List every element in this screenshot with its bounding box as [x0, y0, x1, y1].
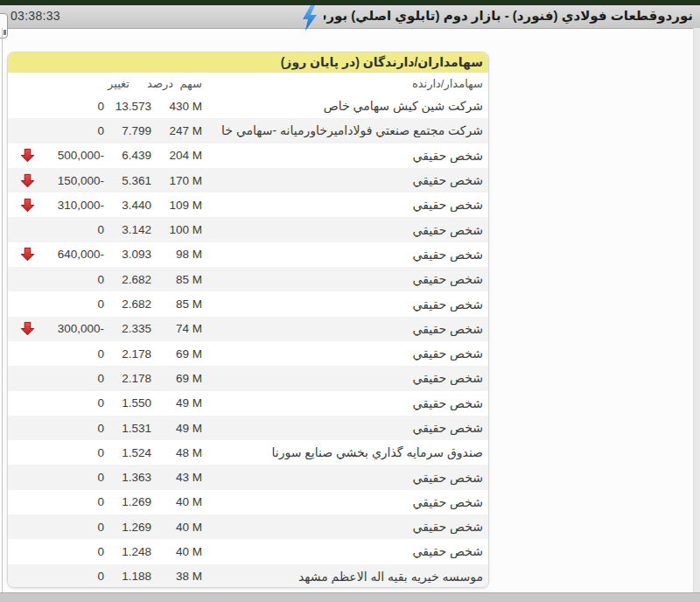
lightning-bolt-icon [300, 5, 318, 31]
table-row[interactable]: 0 1.269 40 M شخص حقيقي [8, 514, 488, 539]
change-direction-cell [8, 123, 39, 138]
table-row[interactable]: 0 1.531 49 M شخص حقيقي [8, 416, 488, 440]
panel-title: سهامداران/دارندگان (در پايان روز) [8, 52, 488, 73]
holder-name: شخص حقيقي [202, 371, 488, 385]
shares-value: 49 M [151, 422, 202, 435]
change-direction-cell [8, 148, 39, 163]
down-arrow-icon [20, 321, 35, 336]
change-value: 300,000- [39, 322, 104, 335]
change-value: 310,000- [39, 199, 104, 212]
down-arrow-icon [20, 198, 35, 213]
shares-value: 430 M [151, 100, 202, 113]
down-arrow-icon [20, 173, 35, 188]
table-row[interactable]: 0 1.188 38 M موسسه خيريه بقيه اله الاعظم… [8, 564, 488, 588]
shares-value: 204 M [151, 149, 202, 162]
holder-name: شخص حقيقي [202, 396, 488, 410]
percent-value: 1.269 [104, 521, 151, 534]
shares-value: 69 M [151, 372, 202, 385]
table-row[interactable]: 0 2.682 85 M شخص حقيقي [8, 267, 488, 291]
percent-value: 1.531 [104, 422, 151, 435]
table-row[interactable]: 150,000- 5.361 170 M شخص حقيقي [8, 168, 488, 192]
change-value: 0 [39, 422, 104, 435]
table-row[interactable]: 0 2.178 69 M شخص حقيقي [8, 366, 488, 390]
percent-value: 1.248 [104, 545, 151, 558]
table-row[interactable]: 0 1.363 43 M شخص حقيقي [8, 465, 488, 489]
down-arrow-icon [20, 247, 35, 262]
change-direction-cell [8, 396, 39, 410]
holder-name: شخص حقيقي [202, 544, 488, 558]
table-row[interactable]: 500,000- 6.439 204 M شخص حقيقي [8, 144, 488, 168]
change-value: 500,000- [39, 149, 104, 162]
title-bar: 03:38:33 نوردوقطعات فولادي (فنورد) - باز… [0, 5, 700, 29]
table-row[interactable]: 0 1.248 40 M شخص حقيقي [8, 539, 488, 564]
shares-value: 40 M [151, 521, 202, 534]
table-row[interactable]: 0 13.573 430 M شرکت شين کيش سهامي خاص [8, 94, 488, 118]
table-row[interactable]: 640,000- 3.093 98 M شخص حقيقي [8, 242, 488, 267]
column-header-holder: سهامدار/دارنده [202, 77, 488, 90]
shares-value: 170 M [151, 174, 202, 187]
change-value: 0 [39, 273, 104, 286]
percent-value: 7.799 [104, 124, 151, 137]
table-row[interactable]: 0 2.178 69 M شخص حقيقي [8, 341, 488, 366]
change-direction-cell [8, 569, 39, 584]
holder-name: موسسه خيريه بقيه اله الاعظم مشهد [202, 570, 488, 584]
shares-value: 40 M [151, 545, 202, 558]
column-header-percent: درصد [130, 77, 173, 90]
table-header: تغيير درصد سهم سهامدار/دارنده [8, 73, 488, 94]
holder-name: شخص حقيقي [202, 471, 488, 485]
change-direction-cell [8, 272, 39, 287]
table-row[interactable]: 0 2.682 85 M شخص حقيقي [8, 291, 488, 316]
change-direction-cell [8, 371, 39, 386]
holder-name: شخص حقيقي [202, 173, 488, 187]
holder-name: شخص حقيقي [202, 298, 488, 312]
change-value: 0 [39, 570, 104, 583]
table-row[interactable]: 300,000- 2.335 74 M شخص حقيقي [8, 317, 488, 341]
bottom-bar [0, 592, 700, 602]
percent-value: 3.440 [104, 199, 151, 212]
change-value: 0 [39, 223, 104, 236]
change-direction-cell [8, 421, 39, 436]
table-row[interactable]: 310,000- 3.440 109 M شخص حقيقي [8, 192, 488, 217]
change-value: 0 [39, 471, 104, 484]
percent-value: 2.178 [104, 372, 151, 385]
table-row[interactable]: 0 1.524 48 M صندوق سرمايه گذاري بخشي صنا… [8, 440, 488, 465]
percent-value: 5.361 [104, 174, 151, 187]
table-row[interactable]: 0 1.269 40 M شخص حقيقي [8, 490, 488, 514]
change-value: 0 [39, 124, 104, 137]
shares-value: 48 M [151, 446, 202, 459]
holder-name: شخص حقيقي [202, 421, 488, 435]
change-direction-cell [8, 198, 39, 213]
scrollbar-track[interactable] [693, 28, 700, 593]
shares-value: 100 M [151, 223, 202, 236]
change-direction-cell [8, 247, 39, 262]
percent-value: 1.524 [104, 446, 151, 459]
percent-value: 2.178 [104, 347, 151, 360]
holder-name: شخص حقيقي [202, 223, 488, 237]
shares-value: 247 M [151, 124, 202, 137]
change-value: 0 [39, 396, 104, 410]
table-row[interactable]: 0 7.799 247 M شرکت مجتمع صنعتي فولادامير… [8, 118, 488, 143]
left-edge-line [2, 28, 3, 593]
change-value: 640,000- [39, 248, 104, 261]
change-direction-cell [8, 494, 39, 509]
percent-value: 1.188 [104, 570, 151, 583]
table-body: 0 13.573 430 M شرکت شين کيش سهامي خاص 0 … [8, 94, 488, 588]
holder-name: شخص حقيقي [202, 495, 488, 509]
table-row[interactable]: 0 1.550 49 M شخص حقيقي [8, 391, 488, 416]
shares-value: 40 M [151, 495, 202, 508]
shares-value: 85 M [151, 273, 202, 286]
change-direction-cell [8, 173, 39, 188]
percent-value: 1.269 [104, 495, 151, 508]
change-value: 0 [39, 521, 104, 534]
table-row[interactable]: 0 3.142 100 M شخص حقيقي [8, 217, 488, 242]
column-header-change: تغيير [8, 77, 130, 90]
page-title: نوردوقطعات فولادي (فنورد) - بازار دوم (ت… [324, 8, 693, 24]
shares-value: 98 M [151, 248, 202, 261]
holder-name: شخص حقيقي [202, 272, 488, 286]
percent-value: 3.142 [104, 223, 151, 236]
holder-name: شرکت شين کيش سهامي خاص [202, 99, 488, 113]
holder-name: صندوق سرمايه گذاري بخشي صنايع سورنا [202, 445, 488, 459]
shares-value: 109 M [151, 199, 202, 212]
shareholders-panel: سهامداران/دارندگان (در پايان روز) تغيير … [7, 52, 489, 588]
percent-value: 6.439 [104, 149, 151, 162]
